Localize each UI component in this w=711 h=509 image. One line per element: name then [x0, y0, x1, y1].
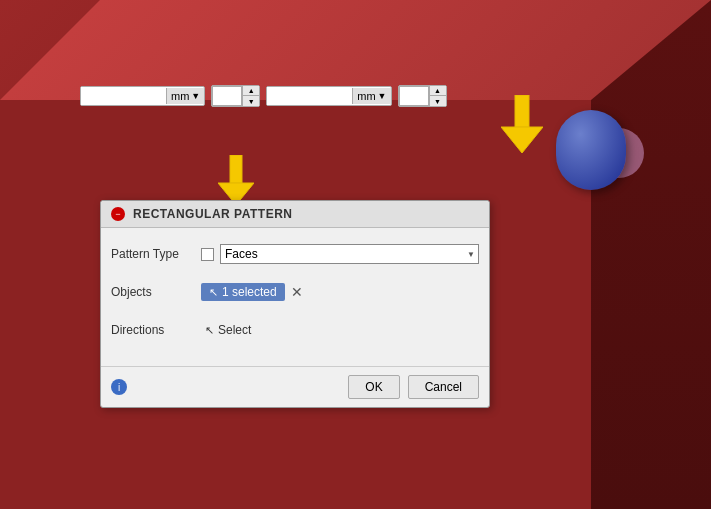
- svg-marker-3: [501, 127, 543, 153]
- directions-control: ↖ Select: [201, 321, 479, 339]
- spinner-up-1[interactable]: ▲: [243, 86, 259, 96]
- spinner-2: ▲ ▼: [429, 86, 446, 106]
- toolbar: 0.00000 mm mm ▼ 3 ▲ ▼ 0.00000 mm mm ▼ 3 …: [80, 85, 447, 107]
- faces-select[interactable]: Faces Bodies Features: [220, 244, 479, 264]
- svg-rect-2: [515, 95, 529, 127]
- selected-count-text: 1 selected: [222, 285, 277, 299]
- cylinder-body: [556, 110, 626, 190]
- directions-row: Directions ↖ Select: [111, 316, 479, 344]
- pattern-type-select-group: Faces Bodies Features ▼: [201, 244, 479, 264]
- rectangular-pattern-dialog: − RECTANGULAR PATTERN Pattern Type Faces…: [100, 200, 490, 408]
- dialog-body: Pattern Type Faces Bodies Features ▼: [101, 228, 489, 366]
- svg-rect-0: [230, 155, 242, 183]
- count-input-2[interactable]: 3: [399, 86, 429, 106]
- dialog-footer: i OK Cancel: [101, 366, 489, 407]
- info-button[interactable]: i: [111, 379, 127, 395]
- toolbar-group-1: 0.00000 mm mm ▼: [80, 86, 205, 106]
- pattern-type-row: Pattern Type Faces Bodies Features ▼: [111, 240, 479, 268]
- select-button-label: Select: [218, 323, 251, 337]
- unit-dropdown-2[interactable]: mm ▼: [352, 88, 390, 104]
- spinner-1: ▲ ▼: [242, 86, 259, 106]
- toolbar-group-number-2: 3 ▲ ▼: [398, 85, 447, 107]
- cancel-button[interactable]: Cancel: [408, 375, 479, 399]
- spinner-down-2[interactable]: ▼: [430, 96, 446, 106]
- pattern-type-control: Faces Bodies Features ▼: [201, 244, 479, 264]
- unit-dropdown-1[interactable]: mm ▼: [166, 88, 204, 104]
- objects-control: ↖ 1 selected ✕: [201, 283, 479, 301]
- dialog-titlebar: − RECTANGULAR PATTERN: [101, 201, 489, 228]
- dialog-title: RECTANGULAR PATTERN: [133, 207, 293, 221]
- dimension-input-1[interactable]: 0.00000 mm: [81, 87, 166, 105]
- spinner-up-2[interactable]: ▲: [430, 86, 446, 96]
- select-cursor-icon: ↖: [205, 324, 214, 337]
- objects-row: Objects ↖ 1 selected ✕: [111, 278, 479, 306]
- objects-label: Objects: [111, 285, 201, 299]
- dialog-close-button[interactable]: −: [111, 207, 125, 221]
- faces-select-wrapper: Faces Bodies Features ▼: [220, 244, 479, 264]
- toolbar-group-2: 0.00000 mm mm ▼: [266, 86, 391, 106]
- directions-select-button[interactable]: ↖ Select: [201, 321, 255, 339]
- cursor-icon: ↖: [209, 286, 218, 299]
- selected-badge[interactable]: ↖ 1 selected: [201, 283, 285, 301]
- dimension-input-2[interactable]: 0.00000 mm: [267, 87, 352, 105]
- ok-button[interactable]: OK: [348, 375, 399, 399]
- count-input-1[interactable]: 3: [212, 86, 242, 106]
- spinner-down-1[interactable]: ▼: [243, 96, 259, 106]
- faces-checkbox[interactable]: [201, 248, 214, 261]
- indicator-arrow-2: [501, 95, 543, 156]
- clear-selection-button[interactable]: ✕: [289, 285, 305, 299]
- pattern-type-label: Pattern Type: [111, 247, 201, 261]
- toolbar-group-number-1: 3 ▲ ▼: [211, 85, 260, 107]
- directions-label: Directions: [111, 323, 201, 337]
